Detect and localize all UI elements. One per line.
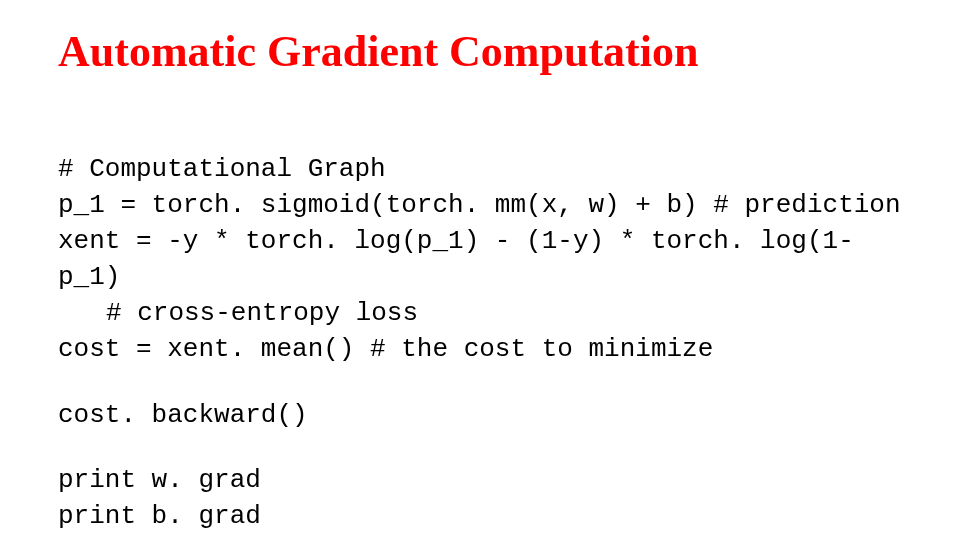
code-line-comment: # Computational Graph <box>58 154 386 184</box>
code-line: p_1 = torch. sigmoid(torch. mm(x, w) + b… <box>58 190 901 220</box>
code-block: # Computational Graph p_1 = torch. sigmo… <box>58 116 910 535</box>
code-line: cost. backward() <box>58 400 308 430</box>
code-spacer <box>58 433 910 463</box>
code-spacer <box>58 368 910 398</box>
code-line-cont: # cross-entropy loss <box>58 298 418 328</box>
slide-title: Automatic Gradient Computation <box>58 28 910 76</box>
code-line: print b. grad <box>58 501 261 531</box>
code-line: cost = xent. mean() # the cost to minimi… <box>58 334 713 364</box>
code-line: print w. grad <box>58 465 261 495</box>
code-line: xent = -y * torch. log(p_1) - (1-y) * to… <box>58 226 854 292</box>
slide: Automatic Gradient Computation # Computa… <box>0 0 960 540</box>
